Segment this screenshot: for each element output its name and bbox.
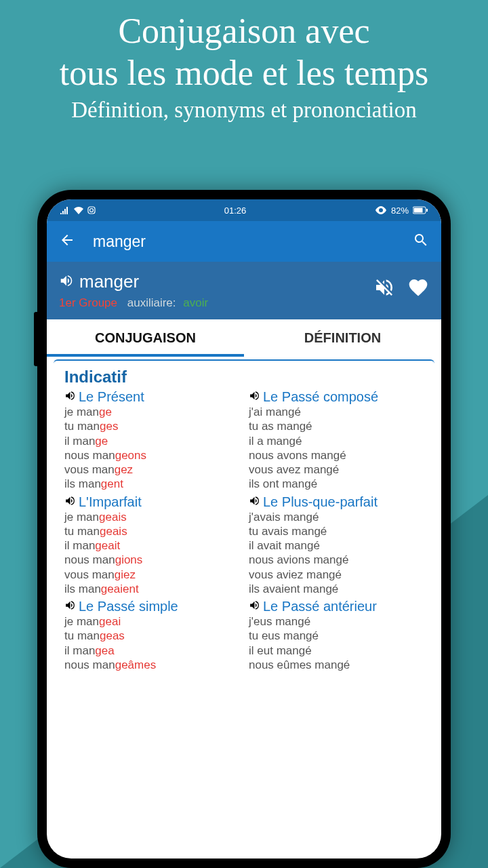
word-group: 1er Groupe <box>59 296 117 309</box>
conjugation-stem: je man <box>64 511 99 524</box>
conjugation-stem: tu as mangé <box>249 420 312 433</box>
conjugation-stem: je man <box>64 615 99 628</box>
pronounce-button[interactable] <box>59 273 74 291</box>
phone-button-bump <box>34 312 37 366</box>
speaker-icon <box>249 599 260 614</box>
conjugation-line: j'ai mangé <box>249 405 424 419</box>
conjugation-line: tu eus mangé <box>249 629 424 643</box>
conjugation-stem: tu avais mangé <box>249 525 327 538</box>
conjugation-ending: geâmes <box>115 658 156 671</box>
status-left <box>60 206 96 214</box>
battery-text: 82% <box>391 205 409 216</box>
conjugation-line: il mangeait <box>64 538 239 553</box>
conjugation-line: ils mangeaient <box>64 582 239 596</box>
tense-title[interactable]: Le Passé antérieur <box>249 599 424 614</box>
conjugation-stem: tu eus mangé <box>249 629 319 642</box>
conjugation-line: nous mangeâmes <box>64 658 239 672</box>
conjugation-stem: il eut mangé <box>249 644 312 657</box>
conjugation-line: il a mangé <box>249 434 424 448</box>
conjugation-line: vous mangiez <box>64 568 239 582</box>
conjugation-line: tu mangeais <box>64 524 239 538</box>
conjugation-stem: nous man <box>64 658 115 671</box>
conjugation-stem: il man <box>64 644 95 657</box>
conjugation-stem: il a mangé <box>249 435 302 448</box>
word-aux-value: avoir <box>183 296 208 309</box>
camera-icon <box>87 206 96 214</box>
conjugation-line: je mange <box>64 405 239 419</box>
tense-block: Le Passé antérieurj'eus mangétu eus mang… <box>249 599 424 672</box>
conjugation-stem: nous eûmes mangé <box>249 658 350 671</box>
tense-title-text: Le Passé simple <box>79 599 178 614</box>
speaker-icon <box>59 273 74 288</box>
tense-title[interactable]: L'Imparfait <box>64 494 239 510</box>
status-bar: 01:26 82% <box>47 199 441 221</box>
tense-block: Le Plus-que-parfaitj'avais mangétu avais… <box>249 494 424 597</box>
conjugation-ending: gea <box>95 644 114 657</box>
mute-button[interactable] <box>373 277 395 301</box>
promo-header: Conjugaison avec tous les mode et les te… <box>0 0 488 130</box>
conjugation-line: ils mangent <box>64 477 239 491</box>
svg-point-1 <box>90 209 94 212</box>
conjugation-stem: nous avions mangé <box>249 553 348 566</box>
promo-title-line1: Conjugaison avec <box>118 12 369 50</box>
tense-title-text: Le Présent <box>79 389 144 405</box>
tense-block: Le Passé simpleje mangeaitu mangeasil ma… <box>64 599 239 672</box>
speaker-icon <box>64 494 76 510</box>
conjugation-ending: geas <box>100 629 125 642</box>
tense-block: Le Passé composéj'ai mangétu as mangéil … <box>249 389 424 492</box>
favorite-button[interactable] <box>407 277 429 301</box>
mood-title: Indicatif <box>64 368 424 387</box>
eye-icon <box>375 206 387 214</box>
conjugation-ending: ge <box>99 406 112 418</box>
search-button[interactable] <box>413 232 429 251</box>
conjugation-line: nous mangions <box>64 553 239 567</box>
conjugation-stem: nous man <box>64 449 115 462</box>
speaker-icon <box>249 389 260 405</box>
word-title-row: manger <box>59 271 373 292</box>
tense-title[interactable]: Le Plus-que-parfait <box>249 494 424 510</box>
tab-conjugation[interactable]: CONJUGAISON <box>47 319 244 357</box>
content[interactable]: Indicatif Le Présentje mangetu mangesil … <box>54 359 434 848</box>
conjugation-line: nous eûmes mangé <box>249 658 424 672</box>
speaker-icon <box>64 389 76 405</box>
word-title: manger <box>79 271 139 292</box>
conjugation-line: j'avais mangé <box>249 510 424 524</box>
conjugation-stem: ils man <box>64 477 101 490</box>
conjugation-line: je mangeai <box>64 614 239 629</box>
heart-icon <box>407 277 429 298</box>
conjugation-line: nous avons mangé <box>249 448 424 462</box>
tab-definition[interactable]: DÉFINITION <box>244 319 441 357</box>
tense-title[interactable]: Le Passé composé <box>249 389 424 405</box>
conjugation-line: j'eus mangé <box>249 614 424 629</box>
word-aux-label: auxiliaire: <box>127 296 176 309</box>
app-bar: manger <box>47 221 441 262</box>
conjugation-line: ils avaient mangé <box>249 582 424 596</box>
conjugation-line: tu manges <box>64 419 239 433</box>
conjugation-stem: nous avons mangé <box>249 449 346 462</box>
conjugation-stem: il man <box>64 435 95 448</box>
header-icons <box>373 277 429 301</box>
arrow-back-icon <box>59 232 75 248</box>
conjugation-stem: tu man <box>64 420 100 433</box>
status-right: 82% <box>375 205 428 216</box>
conjugation-stem: vous man <box>64 463 115 476</box>
tense-title[interactable]: Le Présent <box>64 389 239 405</box>
conjugation-line: vous avez mangé <box>249 462 424 477</box>
conjugation-ending: geons <box>115 449 146 462</box>
conjugation-line: tu avais mangé <box>249 524 424 538</box>
promo-title: Conjugaison avec tous les mode et les te… <box>7 10 481 95</box>
conjugation-line: tu as mangé <box>249 419 424 433</box>
conjugation-stem: vous man <box>64 568 115 581</box>
conjugation-line: nous avions mangé <box>249 553 424 567</box>
battery-icon <box>413 206 428 214</box>
svg-rect-0 <box>88 207 95 214</box>
conjugation-ending: geaient <box>101 583 139 595</box>
word-header-left: manger 1er Groupe auxiliaire: avoir <box>59 271 373 310</box>
conjugation-line: il mangea <box>64 644 239 658</box>
svg-rect-4 <box>426 209 428 212</box>
phone-screen: 01:26 82% manger manger <box>47 199 441 859</box>
conjugation-stem: ils man <box>64 583 101 595</box>
promo-title-line2: tous les mode et les temps <box>60 54 428 92</box>
back-button[interactable] <box>59 232 75 251</box>
tense-title[interactable]: Le Passé simple <box>64 599 239 614</box>
